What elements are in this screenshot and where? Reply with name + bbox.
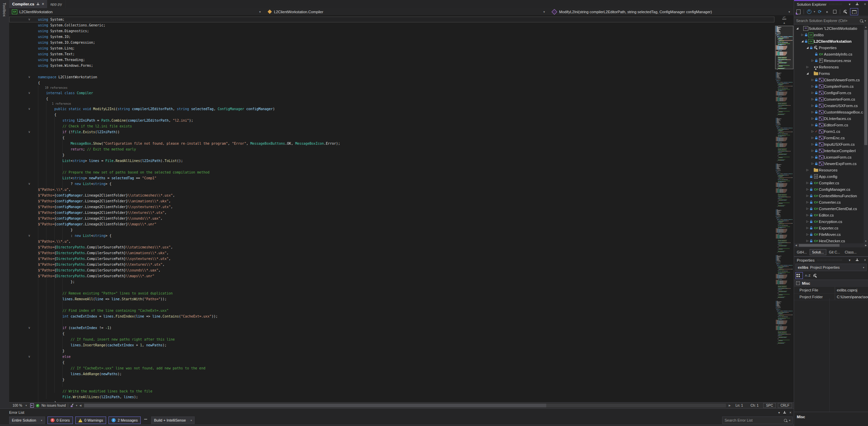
chevron-down-icon[interactable]: ▾ (543, 10, 546, 14)
scrollbar-thumb[interactable] (84, 404, 546, 407)
expander-icon[interactable]: ▷ (806, 233, 809, 236)
minimap-canvas[interactable] (775, 26, 793, 392)
code-line[interactable]: // If "CacheExt=.uxx" line was not found… (9, 365, 774, 371)
tree-item-filemover-cs[interactable]: ▷C#FileMover.cs (794, 231, 868, 238)
tree-item-createusxform-cs[interactable]: ▷CreateUSXForm.cs (794, 102, 868, 109)
expander-icon[interactable]: ▷ (806, 214, 809, 217)
code-line[interactable]: } (9, 377, 774, 383)
refresh-icon[interactable]: ⟳ (817, 9, 823, 15)
tree-item-forms[interactable]: ◢Forms (794, 70, 868, 77)
expander-icon[interactable]: ▷ (806, 207, 809, 210)
tree-item-properties[interactable]: ◢Properties (794, 44, 868, 51)
solution-tree[interactable]: ◢∞Solution 'L2ClientWorkstatio▷C#exlibs◢… (794, 25, 868, 243)
expander-icon[interactable]: ▷ (811, 117, 814, 120)
breadcrumb-project[interactable]: C# L2ClientWorkstation ▾ (9, 8, 265, 15)
fold-collapse-icon[interactable]: ∨ (28, 354, 33, 360)
solution-explorer-header[interactable]: Solution Explorer ▾ × (794, 1, 868, 7)
tree-item-configsform-cs[interactable]: ▷ConfigsForm.cs (794, 89, 868, 96)
code-editor[interactable]: ∨using System;using System.Collections.G… (9, 16, 794, 402)
code-line[interactable]: $"Paths={DirectoryPaths.CompilerSourcePa… (9, 256, 774, 262)
codelens-line[interactable]: 1 reference (9, 102, 774, 106)
code-line[interactable]: } (9, 348, 774, 354)
expander-icon[interactable]: ▷ (811, 78, 814, 81)
code-line[interactable]: $"Paths={configManager.Lineage2ClientFol… (9, 204, 774, 210)
tree-item-compilerform-cs[interactable]: ▷CompilerForm.cs (794, 83, 868, 89)
code-line[interactable] (9, 319, 774, 325)
properties-wrench-icon[interactable] (843, 9, 848, 15)
code-cleanup-icon[interactable] (70, 404, 74, 407)
code-line[interactable]: lines.InsertRange(cacheExtIndex + 1, new… (9, 342, 774, 348)
expander-icon[interactable]: ▷ (811, 136, 814, 139)
expander-icon[interactable]: ▷ (811, 156, 814, 159)
tree-item-inputusxform-cs[interactable]: ▷InputUSXForm.cs (794, 141, 868, 147)
tree-item-clientviewerform-cs[interactable]: ▷ClientViewerForm.cs (794, 77, 868, 83)
fold-collapse-icon[interactable]: ∨ (28, 325, 33, 331)
code-line[interactable]: using System.Text; (9, 51, 774, 57)
code-line[interactable]: File.WriteAllLines(l2IniPath, lines); (9, 394, 774, 400)
horizontal-scrollbar[interactable] (84, 404, 726, 407)
tree-item-editorform-cs[interactable]: ▷EditorForm.cs (794, 122, 868, 128)
code-line[interactable]: $"Paths={DirectoryPaths.CompilerSourcePa… (9, 244, 774, 250)
code-line[interactable]: } (9, 152, 774, 158)
code-line[interactable]: List<string> newPaths = selectedTag == "… (9, 175, 774, 181)
code-line[interactable]: return; // Exit the method early (9, 146, 774, 152)
pin-icon[interactable] (856, 3, 859, 6)
warnings-filter-button[interactable]: 0 Warnings (75, 417, 106, 424)
fold-collapse-icon[interactable]: ∨ (28, 106, 33, 112)
tree-item-formenc-cs[interactable]: ▷FormEnc.cs (794, 135, 868, 141)
expander-icon[interactable]: ▷ (811, 162, 814, 165)
scroll-right-icon[interactable]: ▶ (729, 404, 731, 407)
scrollbar-thumb[interactable] (864, 30, 867, 145)
code-line[interactable]: ∨ else (9, 354, 774, 360)
expander-icon[interactable]: ▷ (811, 98, 814, 101)
expander-icon[interactable]: ▷ (811, 59, 814, 62)
properties-header[interactable]: Properties ▾ × (794, 257, 868, 263)
code-line[interactable]: { (9, 360, 774, 365)
zoom-select[interactable]: 100 % ▾ (11, 404, 28, 407)
chevron-down-icon[interactable]: ▾ (76, 404, 77, 407)
document-health-icon[interactable] (30, 403, 34, 408)
tree-item-form1-cs[interactable]: ▷✓Form1.cs (794, 128, 868, 135)
expander-icon[interactable]: ▷ (811, 143, 814, 146)
tree-item-exlibs[interactable]: ▷C#exlibs (794, 32, 868, 38)
breadcrumb-method[interactable]: ModifyL2Ini(string compilerL2EditorPath,… (549, 8, 794, 15)
insert-mode-indicator[interactable]: SPC (763, 403, 776, 408)
chevron-down-icon[interactable]: ▾ (814, 10, 815, 13)
code-line[interactable] (9, 285, 774, 290)
fold-collapse-icon[interactable]: ∨ (28, 90, 33, 96)
scroll-up-icon[interactable]: ▲ (774, 21, 794, 25)
tree-item-app-config[interactable]: App.config (794, 173, 868, 180)
expander-icon[interactable]: ▷ (811, 130, 814, 133)
scrollbar-thumb[interactable] (799, 244, 840, 247)
scroll-up-icon[interactable]: ▲ (864, 25, 868, 29)
property-category-misc[interactable]: − Misc (794, 280, 868, 287)
code-line[interactable]: $"Paths={configManager.Lineage2ClientFol… (9, 210, 774, 216)
code-line[interactable]: { (9, 80, 774, 86)
code-line[interactable]: lines.AddRange(newPaths); (9, 371, 774, 377)
code-line[interactable]: // Prepare the new set of paths based on… (9, 169, 774, 175)
pin-icon[interactable] (856, 259, 859, 262)
code-line[interactable]: { (9, 112, 774, 118)
chevron-down-icon[interactable]: ▾ (849, 258, 850, 262)
chevron-down-icon[interactable]: ▾ (259, 10, 262, 14)
scroll-left-icon[interactable]: ◀ (794, 244, 798, 247)
minimap-viewport[interactable] (775, 26, 793, 69)
code-line[interactable]: ∨ internal class Compiler (9, 90, 774, 96)
splitter-handle-icon[interactable] (782, 17, 787, 21)
vertical-scrollbar[interactable]: ▲ ▼ (864, 25, 868, 243)
expander-icon[interactable]: ◢ (806, 46, 809, 49)
tree-item-resources-resx[interactable]: ▷Resources.resx (794, 57, 868, 64)
code-line[interactable]: using System.Threading; (9, 57, 774, 63)
tree-item-dlinterfaces-cs[interactable]: ▷DLInterfaces.cs (794, 115, 868, 122)
pending-changes-filter-icon[interactable] (806, 9, 812, 15)
code-line[interactable]: // If found, insert new paths right afte… (9, 337, 774, 342)
code-line[interactable]: $"Paths={DirectoryPaths.CompilerSourcePa… (9, 273, 774, 279)
code-line[interactable] (9, 68, 774, 74)
tree-item-interfacecompileri[interactable]: ▷InterfaceCompilerI (794, 147, 868, 154)
tree-item-exporter-cs[interactable]: ▷C#Exporter.cs (794, 225, 868, 231)
chevron-down-icon[interactable]: ▾ (849, 2, 850, 6)
code-line[interactable]: } (9, 400, 774, 402)
tree-item-converter-cs[interactable]: ▷C#Converter.cs (794, 199, 868, 205)
code-line[interactable]: // Write the modified lines back to the … (9, 388, 774, 394)
code-line[interactable]: $"Paths={configManager.Lineage2ClientFol… (9, 198, 774, 204)
